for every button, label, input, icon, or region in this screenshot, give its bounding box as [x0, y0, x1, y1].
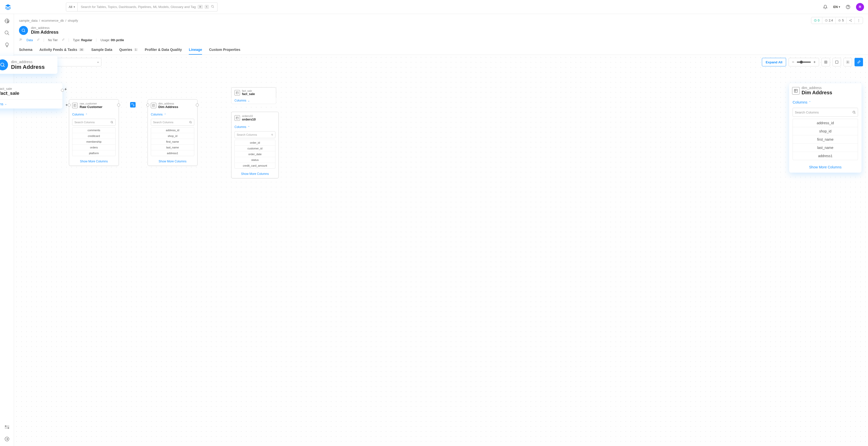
- chevron-down-icon: ⌄: [248, 99, 250, 102]
- zoom-in-button[interactable]: +: [812, 60, 817, 64]
- column-item[interactable]: shop_id: [793, 127, 858, 135]
- columns-toggle[interactable]: Columns ⌃: [231, 124, 278, 130]
- column-item[interactable]: address_id: [151, 128, 194, 133]
- column-item[interactable]: first_name: [793, 135, 858, 144]
- column-item[interactable]: membership: [72, 139, 115, 145]
- expand-all-button[interactable]: Expand All: [762, 58, 786, 66]
- columns-toggle[interactable]: Columns ⌄: [0, 100, 62, 108]
- pipeline-icon[interactable]: [130, 102, 135, 107]
- show-more-columns[interactable]: Show More Columns: [789, 163, 862, 173]
- output-port[interactable]: [196, 104, 199, 106]
- fullscreen-button[interactable]: [822, 58, 830, 66]
- input-port[interactable]: [146, 104, 149, 106]
- popup-fact-sale[interactable]: + fact_sale fact_sale Columns ⌄: [0, 83, 62, 108]
- panel-dim-address[interactable]: dim_address Dim Address Columns ⌃ addres…: [789, 83, 862, 173]
- breadcrumb-item[interactable]: shopify: [68, 19, 78, 23]
- tier-label: No Tier: [48, 38, 58, 42]
- more-icon[interactable]: ⋮: [855, 17, 863, 24]
- columns-toggle[interactable]: Columns ⌄: [231, 97, 276, 104]
- settings-button[interactable]: [843, 58, 852, 66]
- edit-icon[interactable]: [37, 38, 40, 42]
- fit-view-button[interactable]: [833, 58, 841, 66]
- column-search[interactable]: [72, 119, 116, 126]
- column-search[interactable]: [235, 131, 275, 138]
- column-item[interactable]: platform: [72, 150, 115, 156]
- column-item[interactable]: address1: [793, 152, 858, 160]
- search-icon: [211, 5, 214, 9]
- input-port[interactable]: [68, 104, 71, 106]
- edit-lineage-button[interactable]: [855, 58, 863, 66]
- tab-lineage[interactable]: Lineage: [189, 45, 202, 55]
- language-selector[interactable]: EN ▾: [833, 5, 840, 9]
- team-link[interactable]: Data: [27, 38, 33, 42]
- table-icon: [792, 87, 800, 95]
- columns-toggle[interactable]: Columns ⌃: [69, 111, 119, 118]
- svg-line-52: [3, 66, 5, 67]
- column-item[interactable]: address1: [151, 150, 194, 156]
- show-more-columns[interactable]: Show More Columns: [69, 158, 119, 166]
- column-item[interactable]: customer_id: [235, 146, 275, 151]
- output-port[interactable]: [117, 104, 120, 106]
- tab-custom-properties[interactable]: Custom Properties: [209, 45, 240, 55]
- breadcrumb-item[interactable]: ecommerce_db: [41, 19, 64, 23]
- add-downstream-icon[interactable]: +: [64, 87, 67, 92]
- sidebar: [0, 14, 14, 446]
- tab-schema[interactable]: Schema: [19, 45, 32, 55]
- zoom-out-button[interactable]: −: [791, 60, 795, 64]
- add-upstream-icon[interactable]: +: [65, 103, 68, 107]
- node-dim-address[interactable]: dim_address Dim Address Columns ⌃ addres…: [148, 99, 197, 166]
- column-item[interactable]: first_name: [151, 139, 194, 145]
- search-scope-dropdown[interactable]: All ▾: [66, 2, 78, 11]
- column-item[interactable]: shop_id: [151, 133, 194, 139]
- search-input[interactable]: [81, 5, 195, 9]
- column-item[interactable]: address_id: [793, 119, 858, 127]
- svg-line-35: [112, 123, 113, 124]
- zoom-slider[interactable]: [797, 62, 811, 63]
- tab-activity[interactable]: Activity Feeds & Tasks36: [39, 45, 84, 55]
- node-raw-customer[interactable]: raw_customer Raw Customer Columns ⌃ comm…: [69, 99, 119, 166]
- column-item[interactable]: order_id: [235, 140, 275, 146]
- edit-icon[interactable]: [62, 38, 65, 42]
- columns-toggle[interactable]: Columns ⌃: [148, 111, 197, 118]
- column-item[interactable]: last_name: [151, 145, 194, 150]
- tab-queries[interactable]: Queries1: [119, 45, 137, 55]
- show-more-columns[interactable]: Show More Columns: [231, 171, 278, 178]
- columns-toggle[interactable]: Columns ⌃: [789, 98, 862, 107]
- node-fact-sale[interactable]: fact_sale fact_sale: [231, 87, 276, 98]
- show-more-columns[interactable]: Show More Columns: [148, 158, 197, 166]
- help-icon[interactable]: [844, 3, 852, 11]
- column-item[interactable]: credit_card_amount: [235, 163, 275, 168]
- notifications-icon[interactable]: [821, 3, 829, 11]
- column-item[interactable]: comments: [72, 128, 115, 133]
- stat-time[interactable]: 2.4: [822, 17, 836, 24]
- sidebar-search-icon[interactable]: [4, 30, 10, 36]
- sidebar-explore-icon[interactable]: [4, 18, 10, 24]
- breadcrumb[interactable]: sample_data/ecommerce_db/shopify: [19, 19, 78, 23]
- lineage-canvas[interactable]: ▾ Expand All − +: [14, 55, 868, 446]
- column-item[interactable]: orders: [72, 145, 115, 150]
- stat-star[interactable]: 5: [836, 17, 846, 24]
- stat-queries[interactable]: 0: [811, 17, 822, 24]
- sidebar-settings-icon[interactable]: [4, 424, 10, 430]
- column-item[interactable]: last_name: [793, 144, 858, 152]
- column-item[interactable]: order_date: [235, 151, 275, 157]
- search-icon: [271, 133, 273, 136]
- output-port[interactable]: [61, 89, 64, 92]
- popup-name: fact_sale: [0, 87, 19, 91]
- tab-sample-data[interactable]: Sample Data: [91, 45, 112, 55]
- sidebar-insights-icon[interactable]: [4, 42, 10, 48]
- tab-profiler[interactable]: Profiler & Data Quality: [145, 45, 182, 55]
- column-item[interactable]: creditcard: [72, 133, 115, 139]
- svg-line-7: [7, 34, 9, 35]
- column-search[interactable]: [151, 119, 194, 126]
- user-avatar[interactable]: R: [856, 3, 864, 11]
- panel-name: dim_address: [802, 86, 832, 90]
- node-orders10[interactable]: orders10 orders10 Columns ⌃ order_id cus…: [231, 112, 279, 178]
- share-icon[interactable]: [846, 17, 855, 24]
- search-input-wrapper[interactable]: ⌘ K: [78, 2, 217, 11]
- sidebar-logout-icon[interactable]: [4, 436, 10, 442]
- app-logo[interactable]: [4, 3, 12, 11]
- column-search[interactable]: [793, 108, 858, 117]
- column-item[interactable]: status: [235, 157, 275, 163]
- breadcrumb-item[interactable]: sample_data: [19, 19, 37, 23]
